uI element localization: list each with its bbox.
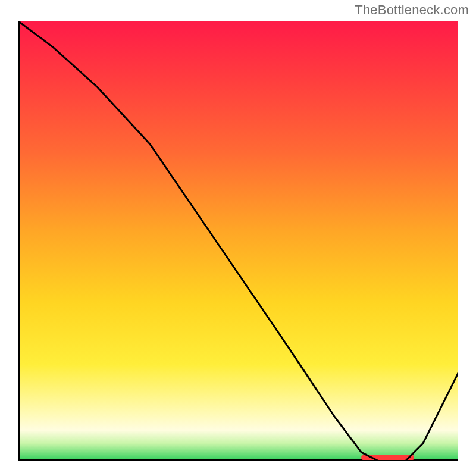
plot-area bbox=[18, 21, 458, 461]
chart-root: TheBottleneck.com bbox=[0, 0, 476, 476]
attribution-text: TheBottleneck.com bbox=[355, 2, 469, 18]
curve-layer bbox=[18, 21, 458, 461]
series-bottleneck-curve bbox=[18, 21, 458, 461]
